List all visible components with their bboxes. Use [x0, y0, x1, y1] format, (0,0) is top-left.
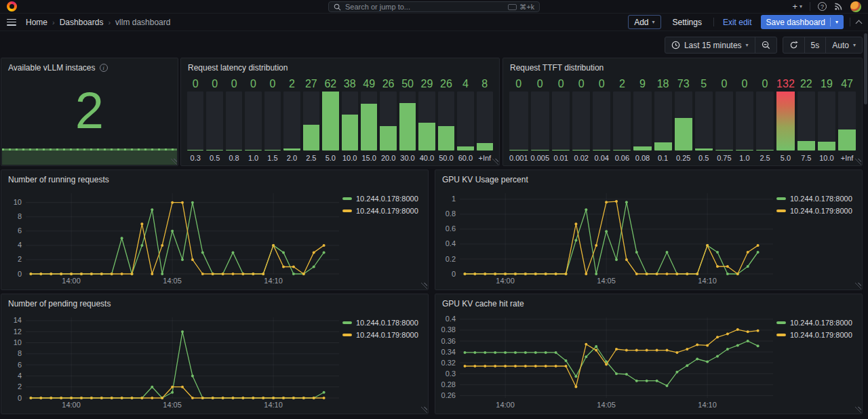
bar[interactable]: 2940.0: [418, 77, 435, 162]
bar-value: 26: [438, 77, 454, 92]
chevron-down-icon: ▾: [835, 20, 838, 25]
bar[interactable]: 730.25: [675, 77, 692, 162]
resize-handle[interactable]: [421, 407, 427, 413]
legend-item[interactable]: 10.244.0.178:8000: [342, 319, 424, 327]
refresh-interval[interactable]: 5s: [804, 37, 826, 53]
svg-text:6: 6: [18, 226, 22, 235]
legend-item[interactable]: 10.244.0.179:8000: [342, 207, 424, 215]
grafana-logo-icon[interactable]: [7, 1, 17, 12]
pending-requests-chart[interactable]: 0246810121414:0014:0514:10: [5, 312, 342, 411]
bar[interactable]: 01.5: [264, 77, 281, 162]
keyboard-icon: [508, 4, 517, 10]
legend-item[interactable]: 10.244.0.178:8000: [776, 319, 858, 327]
bar[interactable]: 8+Inf: [477, 77, 493, 162]
bar-track: [756, 92, 774, 151]
bar[interactable]: 47+Inf: [838, 77, 856, 162]
bar[interactable]: 01.0: [736, 77, 753, 162]
time-range-picker[interactable]: Last 15 minutes ▾: [665, 37, 755, 53]
bar-value: 18: [654, 77, 672, 92]
scrollbar-thumb[interactable]: [864, 33, 867, 104]
search-bar[interactable]: ⌘+k: [328, 1, 540, 12]
zoom-out-button[interactable]: [755, 37, 776, 53]
bar[interactable]: 90.08: [633, 77, 651, 162]
help-icon[interactable]: ?: [818, 2, 827, 11]
bar[interactable]: 02.5: [756, 77, 774, 162]
running-requests-chart[interactable]: 024681014:0014:0514:10: [5, 188, 342, 287]
settings-button[interactable]: Settings: [667, 15, 707, 29]
panel-title[interactable]: Number of running requests: [1, 170, 428, 187]
bar-bucket-label: 0.75: [715, 151, 733, 162]
bar[interactable]: 00.3: [187, 77, 203, 162]
plus-icon: +: [792, 1, 797, 12]
bar[interactable]: 2650.0: [438, 77, 454, 162]
bar[interactable]: 625.0: [322, 77, 338, 162]
bar[interactable]: 272.5: [303, 77, 319, 162]
auto-refresh-dropdown[interactable]: Auto▾: [825, 37, 862, 53]
add-button[interactable]: Add▾: [628, 15, 660, 29]
cache-hit-rate-chart[interactable]: 0.260.280.30.320.340.360.380.414:0014:05…: [439, 312, 776, 411]
panel-title[interactable]: GPU KV cache hit rate: [435, 294, 862, 311]
bar[interactable]: 460.0: [457, 77, 473, 162]
bar[interactable]: 5030.0: [399, 77, 416, 162]
bar[interactable]: 00.005: [531, 77, 550, 162]
keyboard-shortcut: ⌘+k: [508, 3, 534, 11]
new-menu-button[interactable]: +▾: [792, 1, 802, 12]
bar[interactable]: 50.5: [695, 77, 713, 162]
panel-title[interactable]: Number of pending requests: [1, 294, 428, 311]
bar[interactable]: 20.06: [613, 77, 631, 162]
save-dashboard-button[interactable]: Save dashboard▾: [761, 15, 844, 29]
resize-handle[interactable]: [855, 283, 861, 289]
bar-track: [838, 92, 856, 151]
panel-title[interactable]: Request latency distribution: [181, 58, 499, 75]
news-icon[interactable]: [834, 2, 843, 11]
info-icon[interactable]: i: [100, 64, 108, 72]
bar-track: [206, 92, 222, 151]
bar[interactable]: 227.5: [797, 77, 815, 162]
refresh-button[interactable]: [783, 37, 804, 53]
bar[interactable]: 00.8: [226, 77, 242, 162]
panel-title[interactable]: Request TTFT distribution: [503, 58, 862, 75]
bar[interactable]: 3810.0: [342, 77, 358, 162]
bar[interactable]: 00.04: [593, 77, 610, 162]
bar[interactable]: 00.5: [206, 77, 222, 162]
svg-text:4: 4: [18, 241, 22, 249]
avatar[interactable]: [850, 1, 861, 12]
hamburger-menu-icon[interactable]: [7, 19, 16, 26]
legend-item[interactable]: 10.244.0.179:8000: [342, 331, 424, 339]
bar[interactable]: 00.75: [715, 77, 733, 162]
legend-item[interactable]: 10.244.0.179:8000: [776, 331, 858, 339]
bar-track: [552, 92, 570, 151]
series-color-swatch: [342, 210, 352, 212]
resize-handle[interactable]: [421, 283, 427, 289]
search-input[interactable]: [345, 3, 504, 11]
bar-value: 49: [361, 77, 377, 92]
bar[interactable]: 1910.0: [818, 77, 835, 162]
kv-usage-chart[interactable]: 00.20.40.60.8114:0014:0514:10: [439, 188, 776, 287]
exit-edit-button[interactable]: Exit edit: [720, 15, 755, 29]
breadcrumb-home[interactable]: Home: [26, 18, 47, 27]
bar[interactable]: 1325.0: [776, 77, 795, 162]
panel-title[interactable]: Available vLLM instacesi: [1, 58, 178, 75]
bar-bucket-label: 50.0: [438, 151, 454, 162]
bar[interactable]: 180.1: [654, 77, 672, 162]
legend-item[interactable]: 10.244.0.178:8000: [776, 195, 858, 203]
series-color-swatch: [342, 197, 352, 200]
bar-bucket-label: 40.0: [418, 151, 435, 162]
bar[interactable]: 00.001: [509, 77, 528, 162]
breadcrumb-dashboards[interactable]: Dashboards: [60, 18, 104, 27]
bar[interactable]: 2620.0: [380, 77, 396, 162]
svg-text:0.36: 0.36: [441, 337, 456, 345]
resize-handle[interactable]: [855, 407, 861, 413]
bar[interactable]: 00.02: [572, 77, 590, 162]
legend-item[interactable]: 10.244.0.178:8000: [342, 195, 424, 203]
legend-item[interactable]: 10.244.0.179:8000: [776, 207, 858, 215]
panel-title[interactable]: GPU KV Usage percent: [435, 170, 862, 187]
bar[interactable]: 00.01: [552, 77, 570, 162]
kiosk-toggle-icon[interactable]: [856, 20, 863, 26]
bar[interactable]: 22.0: [283, 77, 300, 162]
resize-handle[interactable]: [492, 159, 498, 165]
bar[interactable]: 4915.0: [361, 77, 377, 162]
bar[interactable]: 01.0: [245, 77, 261, 162]
resize-handle[interactable]: [171, 159, 177, 165]
resize-handle[interactable]: [855, 159, 861, 165]
